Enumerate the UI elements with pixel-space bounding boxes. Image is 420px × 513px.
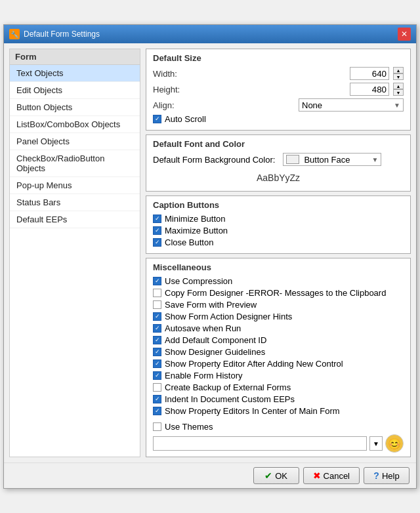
maximize-button-checkbox[interactable] bbox=[153, 226, 161, 235]
width-spinner[interactable]: ▲ ▼ bbox=[393, 67, 404, 80]
align-value: None bbox=[302, 100, 322, 110]
misc-item-7: Show Property Editor After Adding New Co… bbox=[153, 359, 404, 369]
sidebar-item-text-objects[interactable]: Text Objects bbox=[10, 65, 140, 82]
height-up-btn[interactable]: ▲ bbox=[393, 83, 404, 89]
width-input[interactable] bbox=[350, 67, 389, 80]
app-icon: 🔧 bbox=[9, 29, 20, 39]
misc-cb-8[interactable] bbox=[153, 371, 161, 380]
maximize-button-label: Maximize Button bbox=[165, 226, 228, 236]
width-down-btn[interactable]: ▼ bbox=[393, 73, 404, 80]
misc-cb-5[interactable] bbox=[153, 336, 161, 344]
bg-color-value: Button Face bbox=[304, 155, 350, 165]
default-font-title: Default Font and Color bbox=[153, 139, 404, 149]
misc-item-9: Create Backup of External Forms bbox=[153, 382, 404, 392]
height-input[interactable] bbox=[350, 83, 389, 96]
title-bar: 🔧 Default Form Settings ✕ bbox=[4, 25, 416, 43]
misc-item-4: Autosave when Run bbox=[153, 323, 404, 333]
misc-item-5: Add Default Component ID bbox=[153, 335, 404, 345]
sidebar-item-popup-menus[interactable]: Pop-up Menus bbox=[10, 177, 140, 194]
help-label: Help bbox=[382, 471, 400, 481]
main-panel: Default Size Width: ▲ ▼ Height: ▲ bbox=[146, 49, 411, 457]
sidebar-item-button-objects[interactable]: Button Objects bbox=[10, 99, 140, 116]
height-spinner[interactable]: ▲ ▼ bbox=[393, 83, 404, 96]
color-arrow-icon: ▼ bbox=[372, 156, 379, 163]
default-size-section: Default Size Width: ▲ ▼ Height: ▲ bbox=[146, 49, 411, 131]
width-up-btn[interactable]: ▲ bbox=[393, 67, 404, 73]
sidebar-header: Form bbox=[10, 49, 140, 65]
misc-item-2: Save Form with Preview bbox=[153, 300, 404, 310]
help-icon: ? bbox=[373, 470, 379, 481]
misc-cb-10[interactable] bbox=[153, 395, 161, 403]
use-themes-checkbox[interactable] bbox=[153, 422, 161, 431]
misc-cb-6[interactable] bbox=[153, 348, 161, 356]
auto-scroll-checkbox[interactable] bbox=[153, 115, 161, 123]
misc-cb-7[interactable] bbox=[153, 359, 161, 368]
maximize-button-row: Maximize Button bbox=[153, 226, 404, 236]
theme-dropdown-btn[interactable]: ▼ bbox=[369, 436, 383, 451]
misc-label-8: Enable Form History bbox=[165, 371, 242, 380]
ok-icon: ✔ bbox=[264, 470, 272, 481]
default-size-title: Default Size bbox=[153, 53, 404, 63]
align-select[interactable]: None ▼ bbox=[299, 98, 404, 112]
bg-color-select[interactable]: Button Face ▼ bbox=[283, 153, 381, 166]
close-button[interactable]: ✕ bbox=[398, 28, 411, 41]
height-row: Height: ▲ ▼ bbox=[153, 83, 404, 96]
footer: ✔ OK ✖ Cancel ? Help bbox=[4, 462, 416, 488]
misc-label-3: Show Form Action Designer Hints bbox=[165, 312, 292, 321]
close-button-row: Close Button bbox=[153, 237, 404, 247]
misc-label-7: Show Property Editor After Adding New Co… bbox=[165, 359, 343, 369]
miscellaneous-title: Miscellaneous bbox=[153, 262, 404, 272]
misc-label-10: Indent In Document Custom EEPs bbox=[165, 394, 295, 404]
misc-item-1: Copy Form Designer -ERROR- Messages to t… bbox=[153, 288, 404, 298]
sidebar: Form Text Objects Edit Objects Button Ob… bbox=[9, 49, 140, 457]
cancel-button[interactable]: ✖ Cancel bbox=[303, 467, 360, 484]
misc-cb-1[interactable] bbox=[153, 289, 161, 297]
misc-cb-9[interactable] bbox=[153, 383, 161, 392]
bg-color-label: Default Form Background Color: bbox=[153, 155, 275, 165]
misc-cb-4[interactable] bbox=[153, 324, 161, 333]
misc-item-8: Enable Form History bbox=[153, 371, 404, 380]
theme-input-row: ▼ 😊 bbox=[153, 434, 404, 453]
ok-label: OK bbox=[275, 471, 287, 481]
misc-item-11: Show Property Editors In Center of Main … bbox=[153, 406, 404, 416]
sidebar-item-listbox-combobox[interactable]: ListBox/ComboBox Objects bbox=[10, 116, 140, 133]
close-button-checkbox[interactable] bbox=[153, 238, 161, 247]
minimize-button-checkbox[interactable] bbox=[153, 215, 161, 223]
align-arrow-icon: ▼ bbox=[394, 102, 400, 109]
misc-label-1: Copy Form Designer -ERROR- Messages to t… bbox=[165, 288, 386, 298]
sidebar-item-edit-objects[interactable]: Edit Objects bbox=[10, 82, 140, 99]
misc-label-5: Add Default Component ID bbox=[165, 335, 266, 345]
height-label: Height: bbox=[153, 85, 189, 94]
misc-label-2: Save Form with Preview bbox=[165, 300, 257, 310]
theme-input[interactable] bbox=[153, 436, 367, 451]
theme-smiley-icon[interactable]: 😊 bbox=[385, 434, 404, 453]
misc-cb-3[interactable] bbox=[153, 312, 161, 321]
ok-button[interactable]: ✔ OK bbox=[253, 467, 299, 484]
auto-scroll-label: Auto Scroll bbox=[165, 114, 206, 124]
misc-cb-0[interactable] bbox=[153, 277, 161, 285]
cancel-label: Cancel bbox=[324, 471, 350, 481]
height-down-btn[interactable]: ▼ bbox=[393, 89, 404, 96]
dialog-window: 🔧 Default Form Settings ✕ Form Text Obje… bbox=[3, 24, 417, 489]
sidebar-item-status-bars[interactable]: Status Bars bbox=[10, 194, 140, 211]
sidebar-item-default-eeps[interactable]: Default EEPs bbox=[10, 211, 140, 228]
misc-item-0: Use Compression bbox=[153, 276, 404, 286]
caption-buttons-section: Caption Buttons Minimize Button Maximize… bbox=[146, 195, 411, 254]
misc-item-3: Show Form Action Designer Hints bbox=[153, 312, 404, 321]
align-row: Align: None ▼ bbox=[153, 98, 404, 112]
misc-item-6: Show Designer Guidelines bbox=[153, 347, 404, 357]
sidebar-item-checkbox-radiobutton[interactable]: CheckBox/RadioButton Objects bbox=[10, 150, 140, 177]
help-button[interactable]: ? Help bbox=[364, 467, 410, 484]
sidebar-item-panel-objects[interactable]: Panel Objects bbox=[10, 133, 140, 150]
width-row: Width: ▲ ▼ bbox=[153, 67, 404, 80]
use-themes-row: Use Themes bbox=[153, 422, 404, 432]
misc-label-6: Show Designer Guidelines bbox=[165, 347, 265, 357]
misc-cb-2[interactable] bbox=[153, 300, 161, 309]
title-bar-left: 🔧 Default Form Settings bbox=[9, 29, 100, 39]
auto-scroll-row: Auto Scroll bbox=[153, 114, 404, 124]
miscellaneous-section: Miscellaneous Use Compression Copy Form … bbox=[146, 258, 411, 457]
misc-label-0: Use Compression bbox=[165, 276, 232, 286]
misc-cb-11[interactable] bbox=[153, 407, 161, 415]
minimize-button-row: Minimize Button bbox=[153, 214, 404, 224]
width-label: Width: bbox=[153, 69, 189, 79]
